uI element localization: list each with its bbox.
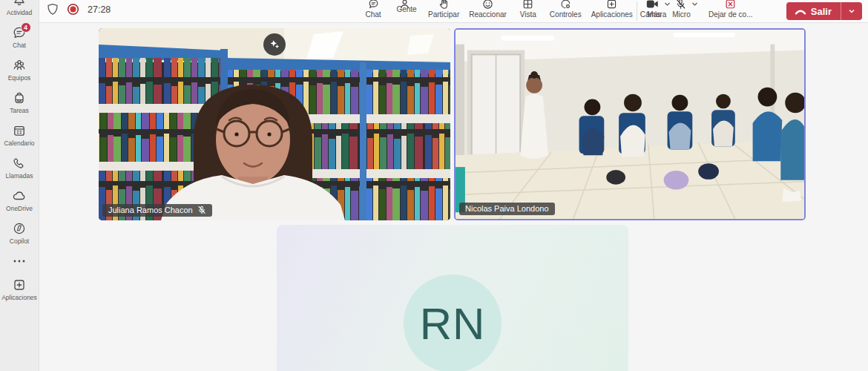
apps-plus-icon xyxy=(12,278,27,292)
toolbar-divider xyxy=(637,1,637,21)
toolbar-vista-button[interactable]: Vista xyxy=(516,0,540,19)
avatar-initials: RN xyxy=(420,298,486,349)
bell-icon xyxy=(12,0,27,7)
sidebar-label: Copilot xyxy=(10,237,29,245)
video-tile-juliana[interactable]: Juliana Ramos Chacon xyxy=(99,28,450,220)
meeting-status-group: 27:28 xyxy=(47,3,111,16)
smiley-icon xyxy=(482,0,493,10)
chat-bubble-icon xyxy=(368,0,379,10)
sidebar-item-tareas[interactable]: Tareas xyxy=(0,86,39,119)
micro-button[interactable]: Micro xyxy=(675,0,698,19)
avatar-tile-rn[interactable]: RN xyxy=(277,225,628,371)
copilot-icon xyxy=(12,221,27,236)
toolbar-chat-button[interactable]: Chat xyxy=(361,0,385,19)
mic-muted-icon xyxy=(675,0,686,10)
app-rail: Actividad 4 Chat Equipos xyxy=(0,0,39,371)
shield-icon xyxy=(47,3,59,16)
chat-unread-badge: 4 xyxy=(21,22,31,33)
toolbar-controles-button[interactable]: Controles xyxy=(550,0,582,19)
stop-share-icon xyxy=(725,0,736,10)
toolbar-label: Vista xyxy=(520,10,536,19)
recording-indicator-icon xyxy=(67,3,79,16)
toolbar-reaccionar-button[interactable]: Reaccionar xyxy=(469,0,507,19)
toolbar-label: Gente xyxy=(396,5,416,13)
sidebar-item-calendario[interactable]: Calendario xyxy=(0,119,39,151)
leave-options-chevron[interactable] xyxy=(841,2,862,20)
stop-sharing-button[interactable]: Dejar de co... xyxy=(708,0,752,19)
sidebar-label: Equipos xyxy=(8,74,31,82)
cloud-icon xyxy=(11,188,27,203)
raise-hand-icon xyxy=(438,0,450,10)
ellipsis-icon xyxy=(13,259,26,263)
backpack-icon xyxy=(12,91,27,105)
apps-plus-icon xyxy=(606,0,617,10)
sparkle-icon xyxy=(269,39,281,51)
sidebar-label: Tareas xyxy=(10,107,29,114)
meeting-toolbar: 27:28 Chat 3 Gente xyxy=(39,0,868,23)
video-feed-classroom xyxy=(456,30,804,219)
toolbar-label: Controles xyxy=(550,10,582,19)
toolbar-label: Cámara xyxy=(640,10,667,19)
meeting-timer: 27:28 xyxy=(88,4,111,15)
sidebar-label: Chat xyxy=(13,42,26,49)
sidebar-label: Calendario xyxy=(4,139,34,147)
effects-button[interactable] xyxy=(263,33,286,56)
people-group-icon xyxy=(12,58,27,73)
camera-button[interactable]: Cámara xyxy=(646,0,671,19)
avatar: RN xyxy=(404,275,502,371)
sidebar-item-llamadas[interactable]: Llamadas xyxy=(0,151,39,184)
sidebar-label: Actividad xyxy=(7,9,33,16)
device-controls-group: Cámara Micro xyxy=(646,0,752,19)
sidebar-item-chat[interactable]: 4 Chat xyxy=(0,21,39,53)
chevron-down-icon[interactable] xyxy=(664,1,671,7)
hang-up-icon xyxy=(795,8,806,15)
toolbar-label: Micro xyxy=(672,10,690,19)
participant-name-tag: Juliana Ramos Chacon xyxy=(102,204,212,217)
toolbar-label: Dejar de co... xyxy=(708,10,752,19)
toolbar-aplicaciones-button[interactable]: Aplicaciones xyxy=(591,0,633,19)
sidebar-item-actividad[interactable]: Actividad xyxy=(0,0,39,21)
sidebar-label: OneDrive xyxy=(6,205,33,212)
sidebar-item-more[interactable] xyxy=(0,249,39,273)
meeting-stage: Juliana Ramos Chacon xyxy=(39,23,868,371)
toolbar-gente-button[interactable]: 3 Gente xyxy=(395,0,418,19)
sidebar-label: Llamadas xyxy=(6,172,33,180)
grid-view-icon xyxy=(522,0,533,10)
chevron-down-icon[interactable] xyxy=(691,1,698,7)
sidebar-label: Aplicaciones xyxy=(1,294,37,301)
leave-button[interactable]: Salir xyxy=(786,2,841,20)
leave-split-button: Salir xyxy=(786,2,862,20)
toolbar-label: Reaccionar xyxy=(469,10,507,19)
chevron-down-icon xyxy=(848,8,855,14)
toolbar-label: Aplicaciones xyxy=(591,10,633,19)
participant-name: Nicolas Paiva Londono xyxy=(465,204,549,213)
controls-gear-icon xyxy=(560,0,571,10)
toolbar-label: Chat xyxy=(365,10,381,19)
toolbar-label: Participar xyxy=(428,10,459,19)
sidebar-item-aplicaciones[interactable]: Aplicaciones xyxy=(0,273,39,306)
video-tile-nicolas-active-speaker[interactable]: Nicolas Paiva Londono xyxy=(454,28,806,220)
leave-label: Salir xyxy=(811,6,832,17)
toolbar-center-group: Chat 3 Gente Participar xyxy=(361,0,666,19)
sidebar-item-equipos[interactable]: Equipos xyxy=(0,53,39,86)
toolbar-participar-button[interactable]: Participar xyxy=(428,0,459,19)
sidebar-item-onedrive[interactable]: OneDrive xyxy=(0,184,39,217)
camera-icon xyxy=(646,0,659,9)
participant-name-tag: Nicolas Paiva Londono xyxy=(459,203,555,215)
phone-icon xyxy=(12,156,27,171)
muted-mic-icon xyxy=(197,206,206,214)
participant-name: Juliana Ramos Chacon xyxy=(108,206,193,214)
teams-meeting-window: Actividad 4 Chat Equipos xyxy=(0,0,868,371)
sidebar-item-copilot[interactable]: Copilot xyxy=(0,217,39,249)
video-feed-library xyxy=(99,28,450,220)
calendar-icon xyxy=(12,123,27,138)
